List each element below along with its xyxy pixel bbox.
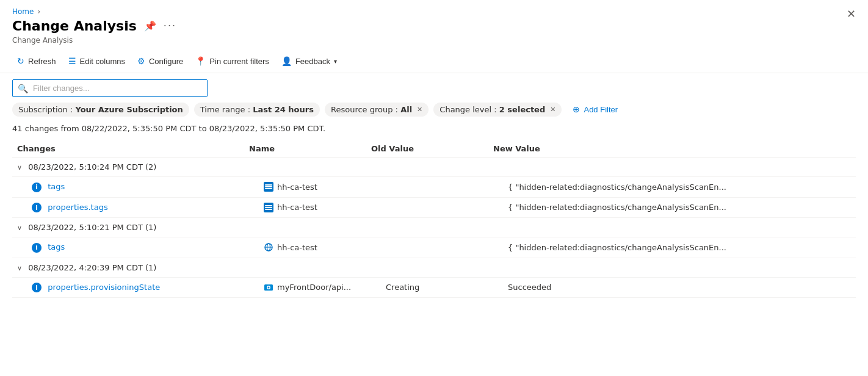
new-value-cell: Succeeded — [488, 277, 856, 298]
svg-rect-3 — [265, 188, 272, 189]
resource-globe — [264, 242, 273, 252]
change-link[interactable]: tags — [48, 182, 65, 191]
configure-icon: ⚙ — [137, 56, 145, 66]
table-row: i properties.provisioningState myFrontDo… — [12, 277, 856, 298]
breadcrumb-home[interactable]: Home — [12, 7, 34, 16]
resource-storage — [264, 182, 273, 192]
col-header-new-value: New Value — [488, 138, 856, 157]
page-title: Change Analysis — [12, 18, 137, 34]
new-value-cell: { "hidden-related:diagnostics/changeAnal… — [488, 197, 856, 218]
refresh-label: Refresh — [28, 57, 56, 66]
resource-name: myFrontDoor/api... — [277, 283, 351, 292]
search-icon: 🔍 — [13, 84, 33, 93]
edit-columns-button[interactable]: ☰ Edit columns — [63, 53, 130, 69]
table-row: i tags hh-ca-test { "hidden-related:diag… — [12, 177, 856, 198]
change-cell: i properties.tags — [12, 197, 244, 218]
add-filter-label: Add Filter — [584, 105, 618, 114]
table-row: i tags hh-ca-test { "hidden-related:diag… — [12, 237, 856, 258]
change-cell: i tags — [12, 177, 244, 198]
change-link[interactable]: tags — [48, 242, 65, 251]
group-date: ∨ 08/23/2022, 4:20:39 PM CDT (1) — [12, 258, 856, 277]
add-filter-icon: ⊕ — [573, 104, 580, 114]
chevron-down-icon: ∨ — [17, 224, 22, 232]
group-date: ∨ 08/23/2022, 5:10:21 PM CDT (1) — [12, 218, 856, 237]
pin-filters-button[interactable]: 📍 Pin current filters — [190, 53, 274, 69]
add-filter-button[interactable]: ⊕ Add Filter — [566, 102, 624, 117]
more-icon[interactable]: ··· — [164, 20, 176, 32]
edit-columns-label: Edit columns — [80, 57, 125, 66]
col-header-old-value: Old Value — [366, 138, 488, 157]
name-cell: hh-ca-test — [244, 177, 366, 198]
svg-rect-6 — [265, 207, 272, 208]
old-value-cell — [366, 197, 488, 218]
name-cell: hh-ca-test — [244, 237, 366, 258]
change-level-tag-label: Change level : 2 selected — [439, 105, 545, 114]
filter-bar: 🔍 — [0, 73, 868, 102]
configure-label: Configure — [149, 57, 183, 66]
resource-storage — [264, 203, 273, 212]
resource-group-close-icon[interactable]: ✕ — [417, 106, 422, 114]
time-range-tag-label: Time range : Last 24 hours — [200, 105, 314, 114]
filter-input[interactable] — [33, 80, 207, 96]
change-level-close-icon[interactable]: ✕ — [550, 106, 555, 114]
name-cell: myFrontDoor/api... — [244, 277, 366, 298]
resource-name: hh-ca-test — [277, 183, 317, 192]
info-icon: i — [32, 283, 42, 292]
resource-frontdoor — [264, 283, 273, 292]
resource-name: hh-ca-test — [277, 243, 317, 252]
group-row[interactable]: ∨ 08/23/2022, 4:20:39 PM CDT (1) — [12, 258, 856, 277]
table-wrapper: Changes Name Old Value New Value ∨ 08/23… — [0, 138, 868, 298]
chevron-down-icon: ∨ — [17, 264, 22, 272]
close-button[interactable]: ✕ — [847, 7, 856, 21]
refresh-button[interactable]: ↻ Refresh — [12, 53, 61, 69]
svg-point-13 — [268, 286, 270, 288]
chevron-down-icon: ∨ — [17, 164, 22, 172]
breadcrumb: Home › — [0, 0, 868, 18]
feedback-icon: 👤 — [281, 56, 292, 66]
time-range-filter-tag[interactable]: Time range : Last 24 hours — [194, 103, 320, 117]
feedback-label: Feedback — [295, 57, 330, 66]
svg-rect-5 — [265, 205, 272, 206]
pin-filters-label: Pin current filters — [209, 57, 269, 66]
info-icon: i — [32, 243, 42, 253]
info-icon: i — [32, 203, 42, 212]
pin-icon[interactable]: 📌 — [144, 20, 156, 32]
change-cell: i tags — [12, 237, 244, 258]
resource-group-filter-tag[interactable]: Resource group : All ✕ — [325, 103, 429, 117]
old-value-cell — [366, 177, 488, 198]
group-row[interactable]: ∨ 08/23/2022, 5:10:24 PM CDT (2) — [12, 157, 856, 177]
feedback-button[interactable]: 👤 Feedback ▾ — [277, 53, 342, 69]
new-value-cell: { "hidden-related:diagnostics/changeAnal… — [488, 177, 856, 198]
change-link[interactable]: properties.provisioningState — [48, 283, 160, 292]
resource-group-tag-label: Resource group : All — [331, 105, 412, 114]
edit-columns-icon: ☰ — [68, 56, 76, 66]
info-icon: i — [32, 183, 42, 192]
change-level-filter-tag[interactable]: Change level : 2 selected ✕ — [433, 103, 562, 117]
filter-tags-row: Subscription : Your Azure Subscription T… — [0, 102, 868, 121]
change-cell: i properties.provisioningState — [12, 277, 244, 298]
col-header-changes: Changes — [12, 138, 244, 157]
new-value-cell: { "hidden-related:diagnostics/changeAnal… — [488, 237, 856, 258]
old-value-cell — [366, 237, 488, 258]
subscription-tag-label: Subscription : Your Azure Subscription — [18, 105, 183, 114]
toolbar: ↻ Refresh ☰ Edit columns ⚙ Configure 📍 P… — [0, 49, 868, 73]
svg-rect-2 — [265, 186, 272, 187]
group-row[interactable]: ∨ 08/23/2022, 5:10:21 PM CDT (1) — [12, 218, 856, 237]
refresh-icon: ↻ — [17, 56, 24, 66]
svg-rect-1 — [265, 184, 272, 186]
subscription-filter-tag: Subscription : Your Azure Subscription — [12, 103, 189, 117]
change-link[interactable]: properties.tags — [48, 203, 108, 212]
configure-button[interactable]: ⚙ Configure — [132, 53, 188, 69]
page-subtitle: Change Analysis — [0, 36, 868, 49]
filter-input-wrap: 🔍 — [12, 79, 208, 97]
name-cell: hh-ca-test — [244, 197, 366, 218]
pin-filters-icon: 📍 — [195, 56, 206, 66]
breadcrumb-separator: › — [37, 7, 40, 16]
feedback-chevron-icon: ▾ — [334, 58, 337, 65]
summary-text: 41 changes from 08/22/2022, 5:35:50 PM C… — [0, 121, 868, 138]
old-value-cell: Creating — [366, 277, 488, 298]
table-row: i properties.tags hh-ca-test { "hidden-r… — [12, 197, 856, 218]
group-date: ∨ 08/23/2022, 5:10:24 PM CDT (2) — [12, 157, 856, 177]
col-header-name: Name — [244, 138, 366, 157]
svg-rect-7 — [265, 209, 272, 210]
